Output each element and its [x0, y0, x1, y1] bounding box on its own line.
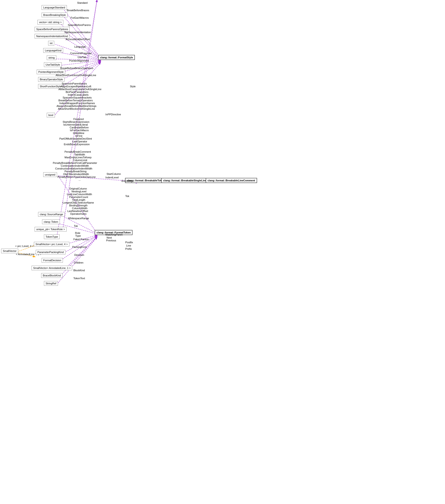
label-Previous: Previous [106, 239, 116, 242]
label-Encoding: Encoding [121, 180, 132, 182]
label-WhitespaceRange: WhitespaceRange [68, 217, 89, 220]
label-AllowShortCaseLabels: AllowShortCaseLabelsOnASingleLine [58, 88, 101, 90]
node-LanguageKind: LanguageKind [43, 48, 63, 53]
node-uniquePtrTokenRole: unique_ptr< TokenRole > [35, 227, 67, 232]
node-unsigned: unsigned [43, 172, 57, 177]
node-LanguageStandard: LanguageStandard [42, 5, 67, 10]
node-vectorString: vector< std::string > [38, 20, 63, 24]
node-SmallVectorAnnotatedLine: SmallVector< AnnotatedLine, 1 > [32, 266, 72, 270]
label-UseTab: UseTab [77, 56, 86, 59]
node-BraceBlockKind: BraceBlockKind [41, 273, 63, 278]
node-FormatDecision: FormatDecision [42, 258, 63, 263]
label-EndsBinaryExpression: EndsBinaryExpression [64, 143, 90, 146]
label-BreakBeforeBinaryOperators: BreakBeforeBinaryOperators [60, 67, 93, 70]
label-AlignEscapedNewlinesLeft: AlignEscapedNewlinesLeft [61, 85, 91, 88]
label-Postfix: Postfix [125, 241, 133, 244]
node-Token: clang::Token [42, 219, 60, 224]
label-SpacesInSquareBrackets: SpacesInSquareBrackets [63, 96, 92, 99]
label-BindingStrength: BindingStrength [69, 204, 87, 207]
label-Tok2: Tok [74, 225, 78, 227]
node-ParameterPackingKind: ParameterPackingKind [36, 250, 65, 254]
label-dots2: ... [78, 178, 81, 181]
label-MatchingParen: MatchingParen [105, 233, 123, 236]
label-ParameterCount: ParameterCount [69, 196, 88, 198]
node-SmallVectorLevel4: SmallVector< prc::Level, 4 > [34, 242, 69, 247]
node-SmallVector: SmallVector [1, 249, 18, 253]
label-PointerAlignment: PointerAlignment [69, 59, 89, 62]
label-StartColumn: StartColumn [107, 173, 121, 175]
label-TokenText: TokenText [73, 277, 85, 280]
label-AlwaysBreakBefore: AlwaysBreakBeforeMultilineStrings [57, 105, 97, 107]
label-ConstructorInitializerIndentWidth: ConstructorInitializerIndentWidth [55, 167, 92, 170]
label-IsMultiline: IsMultiline [73, 132, 84, 134]
label-Line: Line [126, 244, 131, 247]
label-LastOperator: LastOperator [72, 140, 87, 143]
label-NestingLevel: NestingLevel [72, 190, 86, 193]
diagram-container: LanguageStandard BraceBreakingStyle vect… [0, 0, 445, 504]
label-FakeLParens: FakeLParens [73, 238, 89, 241]
label-AccessModifierOffset: AccessModifierOffset [66, 38, 90, 41]
label-Decision: Decision [74, 253, 84, 256]
node-PointerAlignmentStyle: PointerAlignmentStyle [37, 70, 65, 74]
label-AllowShortFunctions: AllowShortFunctionsOnASingleLine [56, 74, 96, 77]
label-PenaltyReturnType: PenaltyReturnTypeOnItsOwnLine [58, 176, 96, 178]
label-PenaltyBreakBeforeFirst: PenaltyBreakBeforeFirstCallParameter [53, 162, 97, 164]
label-IndentCaseLabels: IndentCaseLabels [68, 93, 89, 96]
label-dots1: ... [78, 110, 81, 113]
label-ColumnWidth: ColumnWidth [72, 207, 87, 210]
label-PartOfMultiVariable: PartOfMultiVariableDeclStmt [59, 137, 92, 140]
label-TabWidth: TabWidth [74, 153, 85, 156]
label-ColumnLimit: ColumnLimit [73, 159, 87, 162]
label-BinPackParameters: BinPackParameters [66, 90, 88, 93]
label-BreakBeforeBraces: BreakBeforeBraces [67, 9, 89, 12]
node-FormatStyle: clang::format::FormatStyle [98, 55, 135, 60]
label-Role: Role [75, 232, 80, 234]
label-prcLevel4: < prc::Level, 4 > [15, 245, 34, 248]
label-ForEachMacros: ForEachMacros [71, 16, 89, 19]
label-MaxEmptyLinesToKeep: MaxEmptyLinesToKeep [64, 156, 92, 159]
label-CanBreakBefore: CanBreakBefore [70, 126, 89, 129]
node-SourceRange: clang::SourceRange [38, 212, 65, 217]
label-IndentLevel: IndentLevel [105, 176, 119, 179]
label-BreakBeforeTernaryOperators: BreakBeforeTernaryOperators [58, 99, 93, 102]
label-LongestObjCSelectorName: LongestObjCSelectorName [63, 201, 94, 204]
label-ObjCBlockIndentWidth: ObjCBlockIndentWidth [63, 173, 89, 176]
node-int: int [48, 41, 54, 46]
label-Language: Language [74, 45, 86, 48]
label-AllowShortBlocks: AllowShortBlocksOnASingleLine [58, 107, 95, 110]
node-UseTabStyle: UseTabStyle [44, 62, 62, 67]
label-PenaltyBreakComment: PenaltyBreakComment [64, 150, 91, 153]
node-BreakableLineComment: clang::format::BreakableLineComment [206, 178, 257, 183]
label-Style: Style [130, 85, 135, 88]
label-IsUnterminatedLiteral: IsUnterminatedLiteral [63, 123, 88, 126]
node-BraceBreakingStyle: BraceBreakingStyle [42, 13, 68, 17]
label-PenaltyBreakString: PenaltyBreakString [64, 170, 86, 173]
label-SpaceBeforeParens: SpaceBeforeParens [68, 24, 91, 26]
svg-line-25 [65, 236, 97, 269]
label-Tok: Tok [125, 195, 129, 198]
label-ContinuationIndentWidth: ContinuationIndentWidth [61, 164, 89, 167]
label-Finalized: Finalized [73, 118, 84, 121]
label-LastLineColumnWidth: LastLineColumnWidth [67, 193, 92, 196]
label-OperatorIndex: OperatorIndex [70, 213, 86, 215]
svg-line-10 [60, 62, 100, 80]
label-Next: Next [107, 236, 112, 239]
label-NamespaceIndentation: NamespaceIndentation [64, 31, 91, 34]
label-BlockKind: BlockKind [73, 269, 85, 272]
label-Type: Type [75, 234, 81, 237]
node-bool: bool [47, 113, 55, 117]
label-TotalLength: TotalLength [72, 198, 85, 201]
label-CommentPragmas: CommentPragmas [70, 52, 92, 55]
label-Children: Children [74, 261, 83, 264]
label-LastNewlineOffset: LastNewlineOffset [67, 210, 88, 213]
node-TokenType: TokenType [44, 234, 59, 239]
label-OriginalColumn: OriginalColumn [69, 187, 87, 190]
label-IndentWrappedFunctionNames: IndentWrappedFunctionNames [59, 102, 95, 105]
label-Prefix: Prefix [125, 248, 132, 250]
label-InPPDirective: InPPDirective [105, 113, 121, 116]
label-IsForEachMacro: IsForEachMacro [70, 129, 89, 132]
label-SpacesInParentheses: SpacesInParentheses [62, 82, 87, 85]
node-string: string [47, 55, 56, 60]
node-BinaryOperatorStyle: BinaryOperatorStyle [38, 77, 64, 82]
label-StartsBinaryExpression: StartsBinaryExpression [63, 121, 89, 123]
